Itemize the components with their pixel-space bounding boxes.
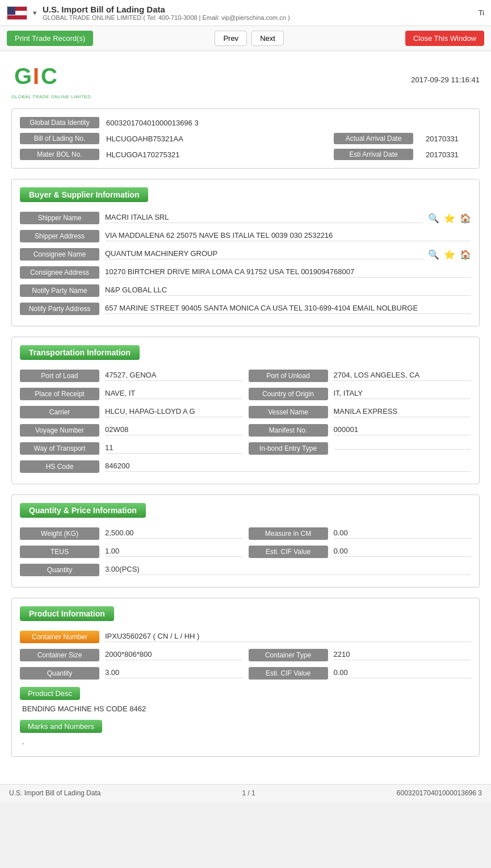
- container-type-value: 2210: [334, 650, 472, 660]
- weight-measure-row: Weight (KG) 2,500.00 Measure in CM 0.00: [20, 525, 471, 543]
- home-icon-2[interactable]: 🏠: [460, 249, 471, 260]
- place-of-receipt-value: NAVE, IT: [105, 389, 243, 399]
- container-type-col: Container Type 2210: [249, 649, 472, 661]
- notify-party-name-label: Notify Party Name: [20, 284, 99, 297]
- consignee-address-row: Consignee Address 10270 BIRTCHER DRIVE M…: [20, 263, 471, 282]
- country-of-origin-col: Country of Origin IT, ITALY: [249, 388, 472, 400]
- page-title: U.S. Import Bill of Lading Data: [43, 5, 290, 14]
- shipper-address-label: Shipper Address: [20, 230, 99, 242]
- print-button[interactable]: Print Trade Record(s): [7, 31, 93, 46]
- us-flag-icon: [7, 6, 27, 20]
- container-size-col: Container Size 2000*806*800: [20, 649, 243, 661]
- in-bond-entry-value: [334, 448, 472, 450]
- carrier-col: Carrier HLCU, HAPAG-LLOYD A G: [20, 406, 243, 418]
- product-quantity-value: 3.00: [105, 668, 243, 678]
- measure-cm-value: 0.00: [334, 529, 472, 539]
- notify-party-name-row: Notify Party Name N&P GLOBAL LLC: [20, 282, 471, 300]
- product-desc-button[interactable]: Product Desc: [20, 687, 80, 700]
- way-of-transport-value: 11: [105, 443, 243, 454]
- teus-label: TEUS: [20, 546, 99, 558]
- measure-col: Measure in CM 0.00: [249, 527, 472, 540]
- mater-bol-row: Mater BOL No. HLCUGOA170275321 Esti Arri…: [20, 146, 471, 162]
- marks-container: Marks and Numbers .: [20, 715, 471, 748]
- global-data-identity-value: 600320170401000013696 3: [106, 119, 199, 127]
- manifest-col: Manifest No. 000001: [249, 424, 472, 437]
- port-of-load-label: Port of Load: [20, 370, 99, 382]
- place-of-receipt-label: Place of Receipt: [20, 388, 99, 400]
- hs-code-label: HS Code: [20, 460, 99, 473]
- global-data-identity-label: Global Data Identity: [20, 117, 99, 128]
- search-icon-2[interactable]: 🔍: [428, 249, 439, 260]
- weight-col: Weight (KG) 2,500.00: [20, 527, 243, 540]
- bill-of-lading-row: Bill of Lading No. HLCUGOAHB75321AA Actu…: [20, 131, 471, 146]
- svg-text:G: G: [14, 64, 32, 89]
- in-bond-entry-label: In-bond Entry Type: [249, 442, 328, 455]
- carrier-value: HLCU, HAPAG-LLOYD A G: [105, 407, 243, 417]
- actual-arrival-label: Actual Arrival Date: [334, 133, 413, 144]
- mater-bol-value: HLCUGOA170275321: [106, 150, 328, 159]
- manifest-no-value: 000001: [334, 425, 472, 435]
- transportation-section: Transportation Information Port of Load …: [11, 337, 480, 484]
- hs-code-value: 846200: [105, 462, 471, 472]
- shipper-address-value: VIA MADDALENA 62 25075 NAVE BS ITALIA TE…: [105, 231, 471, 241]
- notify-party-address-label: Notify Party Address: [20, 303, 99, 315]
- close-button[interactable]: Close This Window: [405, 31, 484, 46]
- consignee-address-value: 10270 BIRTCHER DRIVE MIRA LOMA CA 91752 …: [105, 267, 471, 278]
- country-of-origin-label: Country of Origin: [249, 388, 328, 400]
- logo-area: G I C GLOBAL TRADE ONLINE LIMITED: [11, 60, 91, 99]
- vessel-name-col: Vessel Name MANILA EXPRESS: [249, 406, 472, 418]
- prev-button[interactable]: Prev: [215, 31, 247, 46]
- mater-bol-label: Mater BOL No.: [20, 149, 99, 160]
- notify-party-address-value: 657 MARINE STREET 90405 SANTA MONICA CA …: [105, 304, 471, 314]
- product-cif-col: Esti. CIF Value 0.00: [249, 667, 472, 680]
- marks-text: .: [20, 735, 471, 748]
- vessel-name-label: Vessel Name: [249, 406, 328, 418]
- notify-party-address-row: Notify Party Address 657 MARINE STREET 9…: [20, 300, 471, 318]
- container-number-label: Container Number: [20, 631, 99, 643]
- port-of-unload-label: Port of Unload: [249, 370, 328, 382]
- way-of-transport-label: Way of Transport: [20, 442, 99, 455]
- quantity-label: Quantity: [20, 564, 99, 576]
- product-esti-cif-label: Esti. CIF Value: [249, 667, 328, 680]
- notify-party-name-value: N&P GLOBAL LLC: [105, 286, 471, 296]
- footer: U.S. Import Bill of Lading Data 1 / 1 60…: [0, 784, 491, 802]
- teus-value: 1.00: [105, 547, 243, 557]
- dropdown-arrow[interactable]: ▾: [33, 9, 37, 17]
- way-of-transport-col: Way of Transport 11: [20, 442, 243, 455]
- container-type-label: Container Type: [249, 649, 328, 661]
- subtitle: GLOBAL TRADE ONLINE LIMITED ( Tel: 400-7…: [43, 14, 290, 21]
- container-size-type-row: Container Size 2000*806*800 Container Ty…: [20, 646, 471, 664]
- bill-of-lading-value: HLCUGOAHB75321AA: [106, 135, 328, 143]
- voyage-col: Voyage Number 02W08: [20, 424, 243, 437]
- home-icon[interactable]: 🏠: [460, 213, 471, 224]
- shipper-name-value: MACRI ITALIA SRL: [105, 213, 423, 223]
- star-icon-2[interactable]: ⭐: [444, 249, 455, 260]
- quantity-price-section: Quantity & Price Information Weight (KG)…: [11, 494, 480, 588]
- port-of-load-value: 47527, GENOA: [105, 371, 243, 381]
- identity-card: Global Data Identity 6003201704010000136…: [11, 108, 480, 169]
- country-of-origin-value: IT, ITALY: [334, 389, 472, 399]
- container-number-value: IPXU3560267 ( CN / L / HH ): [105, 632, 471, 642]
- weight-label: Weight (KG): [20, 527, 99, 540]
- quantity-price-title: Quantity & Price Information: [20, 503, 146, 518]
- shipper-name-row: Shipper Name MACRI ITALIA SRL 🔍 ⭐ 🏠: [20, 209, 471, 227]
- main-content: G I C GLOBAL TRADE ONLINE LIMITED 2017-0…: [0, 51, 491, 784]
- quantity-value: 3.00(PCS): [105, 565, 471, 575]
- search-icon[interactable]: 🔍: [428, 213, 439, 224]
- in-bond-entry-col: In-bond Entry Type: [249, 442, 472, 455]
- buyer-supplier-section: Buyer & Supplier Information Shipper Nam…: [11, 179, 480, 326]
- marks-button[interactable]: Marks and Numbers: [20, 720, 102, 733]
- consignee-name-value: QUANTUM MACHINERY GROUP: [105, 249, 423, 259]
- svg-text:C: C: [41, 64, 57, 89]
- next-button[interactable]: Next: [251, 31, 284, 46]
- toolbar: Print Trade Record(s) Prev Next Close Th…: [0, 26, 491, 51]
- footer-left: U.S. Import Bill of Lading Data: [9, 789, 100, 797]
- place-country-row: Place of Receipt NAVE, IT Country of Ori…: [20, 385, 471, 403]
- esti-arrival-value: 20170331: [426, 150, 471, 159]
- product-quantity-cif-row: Quantity 3.00 Esti. CIF Value 0.00: [20, 664, 471, 682]
- star-icon[interactable]: ⭐: [444, 213, 455, 224]
- carrier-vessel-row: Carrier HLCU, HAPAG-LLOYD A G Vessel Nam…: [20, 403, 471, 421]
- weight-value: 2,500.00: [105, 529, 243, 539]
- shipper-name-label: Shipper Name: [20, 212, 99, 224]
- voyage-number-value: 02W08: [105, 425, 243, 435]
